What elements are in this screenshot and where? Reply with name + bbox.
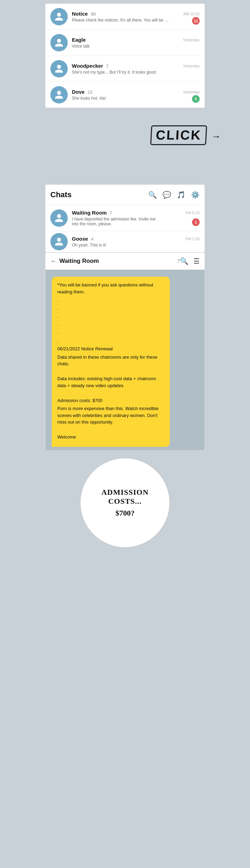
badge-waiting-room: 1 [192, 218, 200, 226]
chat-count-goose: 4 [91, 236, 93, 242]
nav-bar: ← Waiting Room 7 🔍 ☰ [45, 253, 205, 270]
bubble-partial: Welcome [57, 434, 164, 441]
bubble-data-includes: Data includes: existing high-cost data +… [57, 375, 164, 389]
nav-title: Waiting Room [59, 258, 176, 265]
chat-preview-waiting-room: I have deposited the admission fee. Invi… [72, 217, 162, 226]
bubble-dot-2: . [57, 305, 164, 312]
bubble-dot-3: . [57, 313, 164, 320]
bubble-line-1: *You will be banned if you ask questions… [57, 282, 164, 295]
chat-count-waiting-room: 7 [110, 210, 112, 216]
chat-item-notice[interactable]: Notice 98 AM 10:20 Please check the noti… [45, 4, 205, 30]
chat-name-dove: Dove [72, 89, 85, 95]
chat-time-waiting-room: PM 5:20 [185, 211, 200, 215]
chat-name-waiting-room: Waiting Room [72, 210, 107, 216]
chat-item-waiting-room[interactable]: Waiting Room 7 PM 5:20 I have deposited … [45, 205, 205, 231]
chat-info-woodpecker: Woodpecker 7 Yesterday She's not my type… [72, 63, 200, 75]
avatar-goose [50, 233, 68, 250]
bubble-notice-date: 06/21/2022 Notice Renewal [57, 345, 164, 352]
bubble-porn-line: Porn is more expensive than this. Watch … [57, 405, 164, 426]
chat-info-waiting-room: Waiting Room 7 PM 5:20 I have deposited … [72, 210, 200, 226]
bubble-dot-6: . [57, 337, 164, 344]
chat-time-woodpecker: Yesterday [183, 64, 200, 68]
badge-notice: 11 [192, 17, 200, 25]
bubble-dot-4: . [57, 321, 164, 328]
nav-menu-icon[interactable]: ☰ [193, 257, 200, 265]
chat-count-notice: 98 [91, 11, 95, 17]
chats-title: Chats [50, 190, 148, 199]
settings-icon[interactable]: ⚙️ [191, 191, 200, 199]
avatar-dove [50, 86, 68, 103]
chat-info-dove: Dove 15 Yesterday She looks hot. Ha! [72, 89, 200, 101]
chat-item-eagle[interactable]: Eagle Yesterday Voice talk [45, 30, 205, 56]
avatar-waiting-room [50, 209, 68, 227]
chat-item-dove[interactable]: Dove 15 Yesterday She looks hot. Ha! 5 [45, 82, 205, 108]
chat-item-goose[interactable]: Goose 4 PM 2:20 Oh yeah. This is it! [45, 231, 205, 252]
waiting-room-section: ← Waiting Room 7 🔍 ☰ *You will be banned… [45, 252, 205, 451]
chats-section: Chats 🔍 💬 🎵 ⚙️ Waiting Room 7 PM 5:20 [45, 184, 205, 252]
new-chat-icon[interactable]: 💬 [162, 191, 171, 199]
circle-section: Admission costs... $700? [0, 451, 250, 562]
chat-name-notice: Notice [72, 11, 88, 17]
chats-header: Chats 🔍 💬 🎵 ⚙️ [45, 185, 205, 205]
chat-info-notice: Notice 98 AM 10:20 Please check the noti… [72, 11, 200, 23]
bubble-admission: Admission costs: $700 [57, 397, 164, 404]
chat-preview-goose: Oh yeah. This is it! [72, 243, 169, 248]
chat-name-goose: Goose [72, 236, 88, 242]
chat-count-woodpecker: 7 [106, 64, 108, 69]
chat-count-dove: 15 [88, 90, 92, 95]
chat-preview-eagle: Voice talk [72, 44, 169, 49]
admission-circle-amount: $700? [116, 509, 135, 518]
chat-time-dove: Yesterday [183, 90, 200, 94]
bubble-dot-1: . [57, 297, 164, 303]
header-icons: 🔍 💬 🎵 ⚙️ [148, 191, 200, 199]
chat-name-eagle: Eagle [72, 37, 86, 43]
nav-icons: 🔍 ☰ [180, 257, 200, 265]
chat-info-goose: Goose 4 PM 2:20 Oh yeah. This is it! [72, 236, 200, 248]
chat-preview-woodpecker: She's not my type... But I'll try it. It… [72, 70, 169, 75]
chat-name-woodpecker: Woodpecker [72, 63, 103, 69]
avatar-notice [50, 8, 68, 25]
admission-circle-title: Admission costs... [88, 488, 162, 506]
message-bubble: *You will be banned if you ask questions… [52, 277, 170, 447]
bubble-dot-5: . [57, 329, 164, 336]
nav-search-icon[interactable]: 🔍 [180, 257, 189, 265]
badge-dove: 5 [192, 95, 200, 103]
avatar-woodpecker [50, 60, 68, 77]
admission-circle: Admission costs... $700? [80, 458, 170, 548]
bubble-notice-body: Data shared in these chatrooms are only … [57, 354, 164, 367]
message-area: *You will be banned if you ask questions… [45, 270, 205, 450]
chat-item-woodpecker[interactable]: Woodpecker 7 Yesterday She's not my type… [45, 56, 205, 82]
chat-time-goose: PM 2:20 [185, 237, 200, 241]
back-button[interactable]: ← [50, 258, 57, 265]
chat-info-eagle: Eagle Yesterday Voice talk [72, 37, 200, 49]
chat-time-notice: AM 10:20 [183, 12, 200, 16]
nav-count: 7 [177, 258, 180, 264]
music-icon[interactable]: 🎵 [177, 191, 185, 199]
chat-preview-dove: She looks hot. Ha! [72, 96, 169, 101]
click-annotation: CLICK → [150, 125, 223, 145]
chat-time-eagle: Yesterday [183, 38, 200, 42]
chat-preview-notice: Please check the notices. It's all there… [72, 18, 169, 23]
search-icon[interactable]: 🔍 [148, 191, 157, 199]
avatar-eagle [50, 34, 68, 51]
chat-list-section: Notice 98 AM 10:20 Please check the noti… [45, 3, 205, 108]
